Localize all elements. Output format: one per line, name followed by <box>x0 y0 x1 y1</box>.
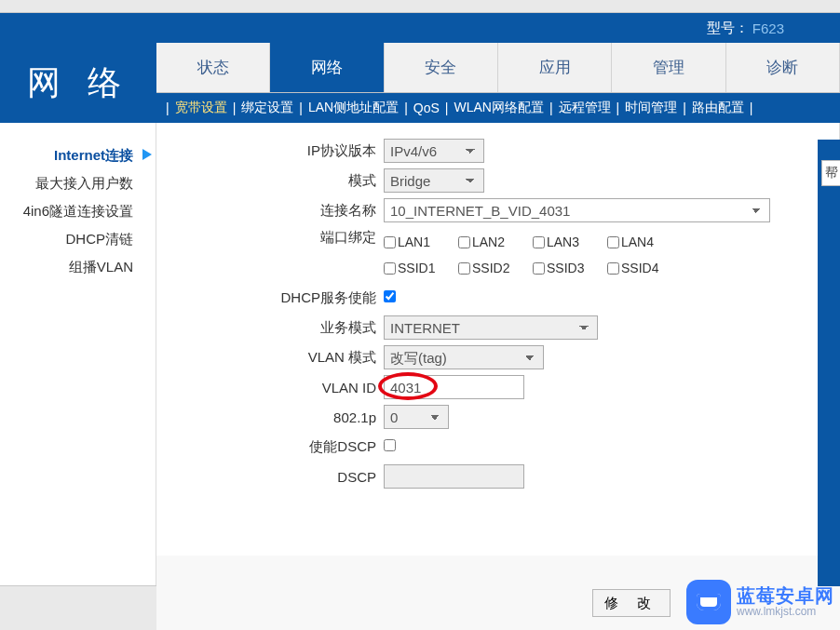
submenu-binding[interactable]: 绑定设置 <box>237 100 297 116</box>
model-label: 型号： <box>707 20 749 37</box>
sidebar-item-multicast-vlan[interactable]: 组播VLAN <box>0 253 156 281</box>
logo: 网 络 <box>0 43 156 123</box>
input-dscp <box>384 464 524 489</box>
tab-security[interactable]: 安全 <box>385 43 498 92</box>
select-mode[interactable]: Bridge <box>384 168 484 193</box>
port-label: LAN4 <box>621 235 654 249</box>
checkbox-dscp-enable[interactable] <box>384 439 396 451</box>
submenu-route[interactable]: 路由配置 <box>688 100 748 116</box>
submenu-broadband[interactable]: 宽带设置 <box>171 100 231 116</box>
window-top-strip <box>0 0 840 13</box>
tab-status[interactable]: 状态 <box>156 43 270 92</box>
port-label: SSID1 <box>398 261 435 275</box>
right-blue-strip <box>818 140 840 586</box>
port-label: SSID4 <box>621 261 658 275</box>
sidebar-item-dhcp-clear[interactable]: DHCP清链 <box>0 225 156 253</box>
sidebar: Internet连接 最大接入用户数 4in6隧道连接设置 DHCP清链 组播V… <box>0 123 156 585</box>
modify-button[interactable]: 修 改 <box>592 589 671 617</box>
watermark-url: www.lmkjst.com <box>737 606 834 618</box>
checkbox-ssid3[interactable] <box>533 262 545 275</box>
port-label: LAN1 <box>398 235 430 249</box>
select-biz-mode[interactable]: INTERNET <box>384 315 598 340</box>
sidebar-item-4in6-tunnel[interactable]: 4in6隧道连接设置 <box>0 197 156 225</box>
model-bar: 型号： F623 <box>0 13 840 43</box>
select-vlan-mode[interactable]: 改写(tag) <box>384 345 544 369</box>
watermark: 蓝莓安卓网 www.lmkjst.com <box>686 580 834 624</box>
label-mode: 模式 <box>156 172 384 190</box>
arrow-right-icon <box>142 149 152 160</box>
port-label: LAN3 <box>547 235 579 249</box>
submenu-qos[interactable]: QoS <box>410 101 443 115</box>
select-ip-version[interactable]: IPv4/v6 <box>384 139 484 163</box>
tab-application[interactable]: 应用 <box>498 43 612 92</box>
port-lan1[interactable]: LAN1 <box>384 229 458 255</box>
sidebar-item-internet-connection[interactable]: Internet连接 <box>0 141 156 169</box>
port-ssid1[interactable]: SSID1 <box>384 255 458 281</box>
checkbox-ssid4[interactable] <box>607 262 619 275</box>
submenu-wlan[interactable]: WLAN网络配置 <box>450 100 547 116</box>
sidebar-bottom-strip <box>0 585 156 630</box>
checkbox-dhcp-enable[interactable] <box>384 290 396 302</box>
sidebar-item-max-users[interactable]: 最大接入用户数 <box>0 169 156 197</box>
select-8021p[interactable]: 0 <box>384 405 449 429</box>
submenu-lan-address[interactable]: LAN侧地址配置 <box>305 100 402 116</box>
port-label: SSID3 <box>547 261 584 275</box>
port-label: LAN2 <box>472 235 505 249</box>
sidebar-item-label: Internet连接 <box>54 147 133 163</box>
label-biz-mode: 业务模式 <box>156 319 384 337</box>
submenu-time[interactable]: 时间管理 <box>621 100 681 116</box>
label-dhcp-enable: DHCP服务使能 <box>156 289 384 307</box>
tab-diagnosis[interactable]: 诊断 <box>726 43 840 92</box>
label-vlan-id: VLAN ID <box>156 380 384 395</box>
checkbox-lan2[interactable] <box>458 236 470 248</box>
label-conn-name: 连接名称 <box>156 202 384 220</box>
label-dscp: DSCP <box>156 469 384 485</box>
port-lan2[interactable]: LAN2 <box>458 229 533 255</box>
label-dscp-enable: 使能DSCP <box>156 438 384 456</box>
input-vlan-id[interactable] <box>384 375 524 399</box>
help-tab[interactable]: 帮 <box>821 160 840 186</box>
port-label: SSID2 <box>472 261 509 275</box>
logo-text: 网 络 <box>27 60 130 106</box>
submenu-remote[interactable]: 远程管理 <box>555 100 615 116</box>
label-8021p: 802.1p <box>156 409 384 425</box>
sub-menu: |宽带设置 |绑定设置 |LAN侧地址配置 |QoS |WLAN网络配置 |远程… <box>156 93 840 123</box>
main-tabs: 状态 网络 安全 应用 管理 诊断 <box>156 43 840 93</box>
port-ssid3[interactable]: SSID3 <box>533 255 607 281</box>
watermark-logo-icon <box>686 580 731 624</box>
port-lan3[interactable]: LAN3 <box>533 229 607 255</box>
watermark-title: 蓝莓安卓网 <box>737 585 834 606</box>
checkbox-lan1[interactable] <box>384 236 396 248</box>
label-vlan-mode: VLAN 模式 <box>156 349 384 367</box>
port-bind-group: LAN1 LAN2 LAN3 LAN4 SSID1 SSID2 SSID3 SS… <box>384 229 700 281</box>
checkbox-lan4[interactable] <box>607 236 619 248</box>
model-value: F623 <box>752 20 784 36</box>
form-panel: IP协议版本 IPv4/v6 模式 Bridge 连接名称 10_INTERNE… <box>156 123 840 556</box>
checkbox-ssid2[interactable] <box>458 262 470 275</box>
tab-network[interactable]: 网络 <box>270 43 384 92</box>
label-ip-version: IP协议版本 <box>156 142 384 160</box>
select-conn-name[interactable]: 10_INTERNET_B_VID_4031 <box>384 198 770 222</box>
tab-management[interactable]: 管理 <box>612 43 725 92</box>
port-ssid4[interactable]: SSID4 <box>607 255 682 281</box>
label-port-bind: 端口绑定 <box>156 229 384 247</box>
checkbox-lan3[interactable] <box>533 236 545 248</box>
port-lan4[interactable]: LAN4 <box>607 229 682 255</box>
checkbox-ssid1[interactable] <box>384 262 396 275</box>
port-ssid2[interactable]: SSID2 <box>458 255 533 281</box>
